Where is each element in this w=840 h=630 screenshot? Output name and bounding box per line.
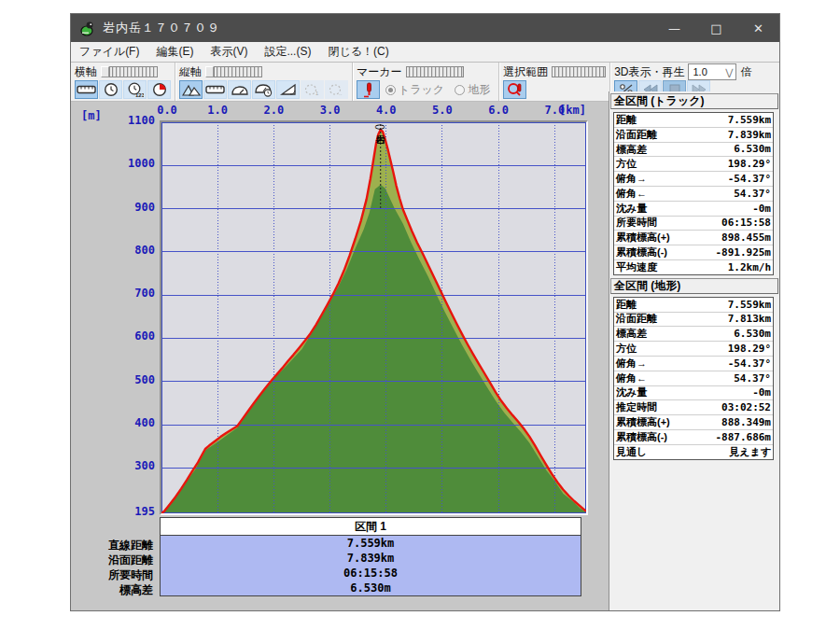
y-axis-tick: 1000 — [128, 157, 155, 170]
stat-row: 沈み量-0m — [614, 202, 773, 217]
stat-value: 6.530m — [734, 143, 771, 155]
menu-item-settings[interactable]: 設定...(S) — [256, 42, 319, 62]
toolbar-group-selection: 選択範囲 — [499, 63, 610, 101]
stat-value: 198.29° — [728, 158, 771, 170]
stat-value: -0m — [752, 203, 771, 215]
ghost-dots-icon: .. — [329, 83, 344, 97]
stat-label: 俯角← — [616, 187, 647, 201]
ruler-icon — [205, 84, 225, 95]
stat-row: 沿面距離7.839km — [614, 128, 773, 143]
radio-terrain[interactable]: 地形 — [455, 82, 490, 98]
stat-label: 所要時間 — [616, 216, 657, 230]
ruler-button[interactable] — [203, 80, 227, 99]
selection-label: 選択範囲 — [503, 64, 548, 80]
screen: 岩内岳１７０７０９ — □ ✕ ファイル(F)編集(E)表示(V)設定...(S… — [0, 0, 840, 630]
y-axis-tick: 300 — [134, 459, 155, 472]
menu-item-file[interactable]: ファイル(F) — [71, 42, 147, 62]
x-axis-tick: 5.0 — [432, 104, 453, 117]
panel-track-title: 全区間 (トラック) — [610, 93, 778, 109]
mountain-button[interactable] — [179, 80, 203, 99]
stat-value: -887.686m — [715, 431, 771, 443]
stat-value: 06:15:58 — [721, 217, 771, 229]
speedometer-button[interactable] — [228, 80, 251, 99]
stat-label: 方位 — [616, 342, 637, 356]
stats-pane: 全区間 (トラック) 距離7.559km沿面距離7.839km標高差6.530m… — [609, 91, 779, 610]
stat-row: 距離7.559km — [614, 113, 773, 128]
section-value: 7.559km — [161, 536, 581, 551]
section-row-labels: 直線距離沿面距離所要時間標高差 — [71, 538, 156, 597]
radio-circle-icon — [385, 85, 396, 95]
haxis-scale-slider[interactable] — [101, 66, 158, 77]
radio-circle-icon — [455, 85, 465, 95]
section-label: 沿面距離 — [71, 553, 156, 567]
maximize-button[interactable]: □ — [695, 14, 737, 42]
ruler-button[interactable] — [75, 80, 98, 99]
stat-value: 54.37° — [734, 188, 771, 200]
stat-label: 見通し — [616, 445, 647, 459]
section-value: 7.839km — [161, 551, 581, 566]
loupe-pen-button[interactable] — [503, 80, 526, 99]
stat-value: 198.29° — [728, 343, 771, 355]
x-axis-tick: 3.0 — [320, 104, 341, 117]
ghost-dots-button[interactable]: .. — [325, 80, 348, 99]
section-summary-table: 区間 1 7.559km7.839km06:15:586.530m — [160, 517, 581, 596]
stat-row: 累積標高(-)-887.686m — [614, 430, 773, 445]
clock-button[interactable] — [99, 80, 122, 99]
toolbar-group-marker: マーカー トラック地形 — [353, 63, 499, 101]
x-axis-tick: 1.0 — [207, 104, 228, 117]
stat-row: 所要時間06:15:58 — [614, 217, 773, 231]
minimize-button[interactable]: — — [653, 14, 695, 42]
close-button[interactable]: ✕ — [737, 14, 779, 42]
stat-row: 推定時間03:02:52 — [614, 400, 773, 415]
stat-label: 俯角→ — [616, 357, 647, 371]
section-value: 06:15:58 — [161, 566, 581, 581]
clock-numbers-button[interactable]: 123 — [123, 80, 147, 99]
playback-speed-select[interactable]: 1.0 ⋁ — [688, 63, 736, 80]
stat-label: 沈み量 — [616, 202, 647, 216]
stat-label: 沿面距離 — [616, 312, 657, 326]
svg-text:1: 1 — [315, 91, 319, 96]
stat-value: -891.925m — [715, 246, 771, 259]
y-axis-tick: 700 — [134, 287, 155, 300]
pie-clock-button[interactable] — [147, 80, 171, 99]
radio-track[interactable]: トラック — [385, 82, 444, 98]
menu-item-close[interactable]: 閉じる！(C) — [319, 42, 397, 62]
stat-value: 1.2km/h — [728, 261, 771, 273]
stat-label: 距離 — [616, 113, 637, 127]
stat-label: 沈み量 — [616, 385, 647, 399]
section-label: 直線距離 — [71, 538, 156, 553]
stat-row: 沈み量-0m — [614, 386, 773, 401]
stat-row: 標高差6.530m — [614, 143, 773, 158]
vaxis-label: 縦軸 — [179, 64, 202, 80]
elevation-plot[interactable]: (岩内岳) — [160, 120, 588, 515]
stat-value: 7.839km — [728, 129, 771, 141]
y-axis-tick: 800 — [134, 244, 155, 257]
radio-label: 地形 — [468, 82, 490, 98]
selection-slider[interactable] — [552, 66, 606, 77]
stat-row: 累積標高(+)888.349m — [614, 415, 773, 430]
x-axis-tick: 6.0 — [488, 104, 509, 117]
menu-item-edit[interactable]: 編集(E) — [147, 42, 202, 62]
speedometer-clock-button[interactable] — [252, 80, 275, 99]
marker-slider[interactable] — [406, 66, 464, 77]
slope-angle-button[interactable] — [276, 80, 300, 99]
stat-value: 7.559km — [728, 299, 771, 311]
marker-pen-button[interactable] — [357, 80, 380, 99]
stat-label: 方位 — [616, 157, 637, 171]
stat-row: 累積標高(-)-891.925m — [614, 245, 773, 260]
stat-label: 標高差 — [616, 327, 647, 341]
menu-item-view[interactable]: 表示(V) — [202, 42, 256, 62]
stat-value: 7.813km — [728, 313, 771, 325]
menu-bar: ファイル(F)編集(E)表示(V)設定...(S)閉じる！(C) — [71, 42, 779, 63]
stat-value: 898.455m — [721, 231, 771, 244]
stat-row: 俯角←54.37° — [614, 371, 773, 386]
ghost-one-button[interactable]: 1 — [301, 80, 324, 99]
section-label: 標高差 — [71, 582, 156, 597]
stat-row: 方位198.29° — [614, 342, 773, 357]
stat-label: 累積標高(+) — [616, 415, 670, 429]
vaxis-scale-slider[interactable] — [205, 66, 262, 77]
title-bar[interactable]: 岩内岳１７０７０９ — □ ✕ — [71, 14, 779, 42]
section-value: 6.530m — [161, 581, 581, 595]
stat-row: 俯角←54.37° — [614, 187, 773, 202]
stat-row: 沿面距離7.813km — [614, 313, 773, 328]
